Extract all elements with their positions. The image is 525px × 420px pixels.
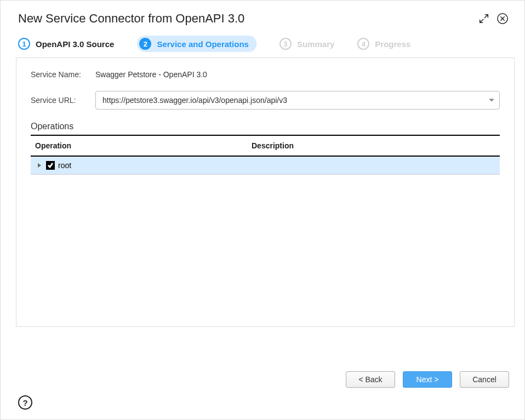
wizard-step-service-operations[interactable]: 2 Service and Operations — [137, 36, 256, 52]
step-number: 1 — [18, 38, 30, 50]
back-button[interactable]: < Back — [346, 371, 395, 388]
step-number: 4 — [357, 38, 369, 50]
service-name-value: Swagger Petstore - OpenAPI 3.0 — [95, 70, 500, 79]
chevron-down-icon — [488, 97, 495, 103]
operations-row-root[interactable]: root — [31, 157, 500, 175]
step-number: 2 — [139, 38, 151, 50]
cancel-button[interactable]: Cancel — [460, 371, 509, 388]
col-operation-header: Operation — [35, 141, 252, 150]
step-number: 3 — [279, 38, 292, 50]
wizard-step-source[interactable]: 1 OpenAPI 3.0 Source — [18, 38, 114, 50]
col-description-header: Description — [252, 141, 495, 150]
wizard-step-summary: 3 Summary — [279, 38, 334, 50]
dialog-header: New Service Connector from OpenAPI 3.0 — [1, 1, 524, 33]
service-name-row: Service Name: Swagger Petstore - OpenAPI… — [31, 70, 500, 79]
step-label: Service and Operations — [157, 39, 249, 49]
service-name-label: Service Name: — [31, 70, 95, 79]
service-url-combo[interactable]: https://petstore3.swagger.io/api/v3/open… — [95, 91, 500, 110]
step-label: Progress — [375, 39, 410, 49]
expand-triangle-icon[interactable] — [36, 162, 43, 169]
help-area: ? — [1, 393, 524, 419]
panel-wrap: Service Name: Swagger Petstore - OpenAPI… — [1, 57, 524, 360]
close-icon[interactable] — [496, 12, 509, 25]
checkbox-checked-icon[interactable] — [46, 161, 55, 170]
step-label: Summary — [297, 39, 334, 49]
service-url-value: https://petstore3.swagger.io/api/v3/open… — [102, 96, 488, 105]
wizard-steps: 1 OpenAPI 3.0 Source 2 Service and Opera… — [1, 33, 524, 57]
operation-label: root — [58, 161, 71, 170]
step-label: OpenAPI 3.0 Source — [36, 39, 114, 49]
wizard-step-progress: 4 Progress — [357, 38, 410, 50]
operations-section-label: Operations — [31, 122, 500, 131]
dialog: New Service Connector from OpenAPI 3.0 1… — [0, 0, 525, 420]
service-url-label: Service URL: — [31, 96, 95, 105]
help-icon[interactable]: ? — [18, 395, 32, 410]
dialog-title: New Service Connector from OpenAPI 3.0 — [18, 11, 472, 26]
expand-icon[interactable] — [477, 12, 490, 25]
operations-table-header: Operation Description — [31, 136, 500, 157]
service-url-row: Service URL: https://petstore3.swagger.i… — [31, 91, 500, 110]
dialog-footer: < Back Next > Cancel — [1, 360, 524, 393]
operations-table: Operation Description root — [31, 135, 500, 175]
content-panel: Service Name: Swagger Petstore - OpenAPI… — [16, 57, 515, 327]
next-button[interactable]: Next > — [403, 371, 452, 388]
